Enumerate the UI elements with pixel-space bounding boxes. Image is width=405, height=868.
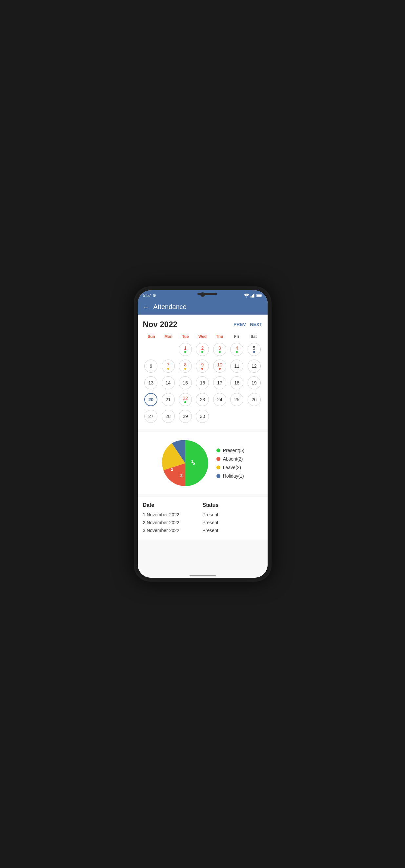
dot-5	[253, 351, 255, 353]
phone-frame: 5:57 ⚙	[134, 286, 272, 582]
table-row-0: 1 November 2022 Present	[143, 511, 262, 519]
page-title: Attendance	[153, 303, 187, 311]
day-number-5: 5	[253, 346, 255, 350]
day-number-22: 22	[183, 396, 188, 401]
cal-cell-27[interactable]: 27	[143, 408, 159, 424]
day-number-16: 16	[200, 380, 205, 385]
cal-cell-3[interactable]: 3	[212, 341, 227, 357]
cal-cell-19[interactable]: 19	[246, 375, 262, 391]
table-header: Date Status	[143, 502, 262, 508]
day-number-14: 14	[166, 380, 171, 385]
home-bar	[190, 575, 216, 577]
cal-cell-24[interactable]: 24	[212, 392, 227, 407]
dot-10	[219, 368, 221, 370]
pie-chart: 1 2 2 5	[161, 439, 210, 488]
cal-cell-28[interactable]: 28	[160, 408, 176, 424]
app-bar: ← Attendance	[138, 300, 268, 315]
cal-cell-14[interactable]: 14	[160, 375, 176, 391]
day-header-sat: Sat	[245, 333, 262, 340]
svg-rect-6	[257, 294, 261, 297]
dot-7	[167, 368, 169, 370]
cal-cell-16[interactable]: 16	[194, 375, 211, 391]
cal-cell-18[interactable]: 18	[229, 375, 245, 391]
cal-cell-11[interactable]: 11	[229, 358, 245, 374]
pie-present	[185, 440, 208, 486]
cal-cell-empty2	[160, 341, 176, 357]
legend-label-leave: Leave(2)	[223, 465, 241, 470]
cal-cell-5[interactable]: 5	[246, 341, 262, 357]
status-0: Present	[202, 512, 262, 517]
cal-cell-10[interactable]: 10	[212, 358, 227, 374]
table-row-1: 2 November 2022 Present	[143, 519, 262, 527]
scroll-content[interactable]: Nov 2022 PREV NEXT Sun Mon Tue Wed Thu F…	[138, 315, 268, 573]
dot-22	[184, 401, 186, 403]
cal-cell-21[interactable]: 21	[160, 392, 176, 407]
day-number-2: 2	[201, 346, 204, 350]
cal-cell-4[interactable]: 4	[229, 341, 245, 357]
date-0: 1 November 2022	[143, 512, 202, 517]
calendar-section: Nov 2022 PREV NEXT Sun Mon Tue Wed Thu F…	[138, 315, 268, 429]
day-number-8: 8	[184, 363, 187, 367]
cal-cell-6[interactable]: 6	[143, 358, 159, 374]
day-number-28: 28	[166, 414, 171, 418]
svg-rect-5	[261, 295, 262, 296]
day-header-thu: Thu	[211, 333, 228, 340]
svg-rect-2	[253, 294, 254, 298]
pie-chart-svg	[161, 439, 210, 488]
cal-cell-13[interactable]: 13	[143, 375, 159, 391]
legend-label-present: Present(5)	[223, 448, 244, 453]
svg-rect-0	[251, 296, 252, 298]
back-button[interactable]: ←	[143, 303, 150, 311]
cal-cell-8[interactable]: 8	[177, 358, 193, 374]
dot-8	[184, 368, 186, 370]
prev-button[interactable]: PREV	[233, 322, 246, 327]
battery-icon	[256, 294, 262, 297]
legend-dot-leave	[216, 465, 220, 469]
cal-cell-29[interactable]: 29	[177, 408, 193, 424]
cal-cell-empty5	[246, 408, 262, 424]
cal-cell-22[interactable]: 22	[177, 392, 193, 407]
next-button[interactable]: NEXT	[250, 322, 262, 327]
day-number-30: 30	[200, 414, 205, 418]
col-header-status: Status	[202, 502, 262, 508]
day-number-4: 4	[236, 346, 238, 350]
phone-screen: 5:57 ⚙	[138, 290, 268, 578]
cal-cell-26[interactable]: 26	[246, 392, 262, 407]
dot-9	[201, 368, 203, 370]
cal-cell-12[interactable]: 12	[246, 358, 262, 374]
day-number-21: 21	[166, 397, 171, 402]
day-number-11: 11	[235, 364, 240, 368]
cal-cell-2[interactable]: 2	[194, 341, 211, 357]
cal-cell-7[interactable]: 7	[160, 358, 176, 374]
attendance-table-section: Date Status 1 November 2022 Present 2 No…	[138, 497, 268, 539]
day-header-fri: Fri	[228, 333, 245, 340]
status-icons	[244, 293, 262, 298]
day-number-24: 24	[217, 397, 222, 402]
dot-1	[184, 351, 186, 353]
chart-legend: Present(5) Absent(2) Leave(2) Holiday(1)	[216, 448, 244, 478]
dot-3	[219, 351, 221, 353]
cal-cell-9[interactable]: 9	[194, 358, 211, 374]
day-number-6: 6	[150, 364, 152, 368]
cal-cell-23[interactable]: 23	[194, 392, 211, 407]
day-header-wed: Wed	[194, 333, 211, 340]
cal-cell-30[interactable]: 30	[194, 408, 211, 424]
cal-cell-15[interactable]: 15	[177, 375, 193, 391]
day-number-7: 7	[167, 363, 169, 367]
time-display: 5:57	[143, 293, 151, 298]
day-number-17: 17	[217, 380, 222, 385]
home-indicator	[138, 573, 268, 578]
table-row-2: 3 November 2022 Present	[143, 527, 262, 534]
cal-cell-25[interactable]: 25	[229, 392, 245, 407]
legend-dot-present	[216, 448, 220, 453]
cal-cell-1[interactable]: 1	[177, 341, 193, 357]
day-number-25: 25	[235, 397, 240, 402]
day-number-27: 27	[148, 414, 153, 418]
calendar-header: Nov 2022 PREV NEXT	[143, 320, 262, 329]
day-number-3: 3	[218, 346, 221, 350]
calendar-grid: 1 2 3	[143, 341, 262, 424]
cal-cell-17[interactable]: 17	[212, 375, 227, 391]
cal-cell-20[interactable]: 20	[143, 392, 159, 407]
day-number-23: 23	[200, 397, 205, 402]
cal-cell-empty3	[212, 408, 227, 424]
